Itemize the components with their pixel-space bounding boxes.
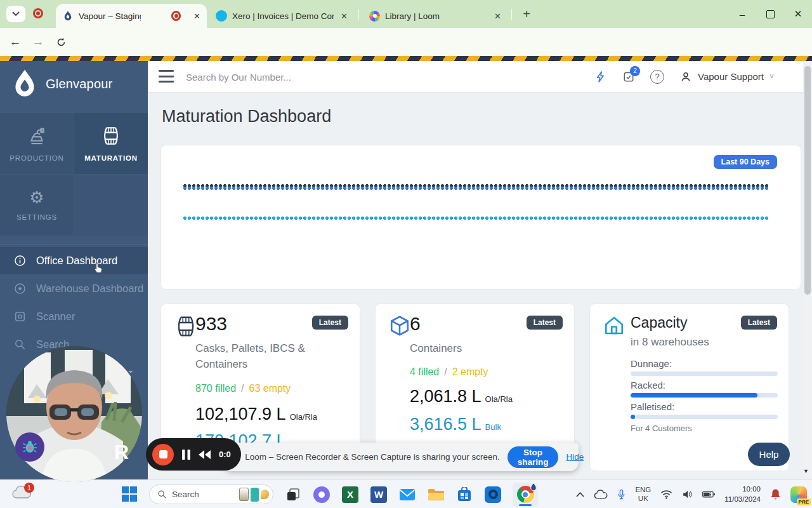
lightning-icon[interactable] bbox=[594, 70, 607, 84]
battery-icon[interactable] bbox=[702, 490, 715, 498]
tab-search-button[interactable] bbox=[6, 6, 25, 22]
microphone-icon[interactable] bbox=[617, 489, 625, 500]
tab-title: Library | Loom bbox=[385, 11, 487, 21]
reload-button[interactable] bbox=[52, 33, 70, 51]
bar-fill bbox=[631, 393, 757, 398]
notification-badge: 1 bbox=[24, 483, 34, 493]
tab-divider bbox=[511, 9, 512, 20]
user-menu[interactable]: Vapour Support ˅ bbox=[679, 70, 774, 83]
speaker-icon[interactable] bbox=[682, 490, 693, 499]
hamburger-menu-icon[interactable] bbox=[159, 70, 174, 83]
hide-link[interactable]: Hide bbox=[566, 452, 584, 462]
tray-expand-icon[interactable] bbox=[576, 491, 584, 497]
tab-loom[interactable]: Library | Loom ✕ bbox=[363, 4, 508, 28]
loom-favicon bbox=[369, 11, 380, 22]
our-number-search-input[interactable] bbox=[185, 66, 454, 88]
copilot-pre-badge: PRE bbox=[797, 498, 811, 505]
help-icon[interactable]: ? bbox=[650, 70, 664, 84]
brand[interactable]: Glenvapour bbox=[11, 69, 112, 99]
stop-icon bbox=[159, 450, 167, 458]
date: 11/03/2024 bbox=[724, 495, 761, 505]
window-close-button[interactable]: ✕ bbox=[784, 0, 812, 28]
bar-palletised bbox=[631, 415, 778, 419]
rewind-icon[interactable] bbox=[199, 450, 211, 459]
pot-still-icon bbox=[26, 125, 48, 147]
sidebar-item-office-dashboard[interactable]: Office Dashboard bbox=[0, 247, 148, 274]
wifi-icon[interactable] bbox=[660, 490, 672, 499]
start-button[interactable] bbox=[121, 486, 138, 504]
sidebar-item-warehouse-dashboard[interactable]: Warehouse Dashboard bbox=[0, 275, 148, 302]
chevron-down-icon: ˅ bbox=[769, 72, 774, 81]
screen: Vapour – Staging ✕ Xero | Invoices | Dem… bbox=[0, 0, 812, 508]
blue-app-button[interactable] bbox=[484, 486, 502, 504]
separator: / bbox=[439, 366, 452, 377]
language-line1: ENG bbox=[635, 486, 651, 495]
filled-count: 4 filled bbox=[410, 366, 439, 377]
back-button[interactable]: ← bbox=[6, 33, 24, 51]
stop-recording-button[interactable] bbox=[152, 444, 174, 465]
sidebar-tile-production[interactable]: PRODUCTION bbox=[0, 113, 74, 174]
page-scrollbar[interactable]: ▼ bbox=[803, 61, 812, 479]
tab-vapour-staging[interactable]: Vapour – Staging ✕ bbox=[56, 4, 207, 28]
sidebar-tile-settings[interactable]: ⚙ SETTINGS bbox=[0, 175, 74, 236]
latest-badge: Latest bbox=[741, 316, 777, 330]
tab-title: Vapour – Staging bbox=[79, 11, 141, 21]
chart-series-blue bbox=[183, 186, 768, 190]
clock[interactable]: 10:00 11/03/2024 bbox=[724, 485, 761, 504]
forward-button[interactable]: → bbox=[29, 33, 47, 51]
onedrive-icon[interactable] bbox=[594, 490, 608, 499]
task-view-button[interactable] bbox=[284, 486, 302, 504]
chart-range-badge[interactable]: Last 90 Days bbox=[714, 155, 777, 169]
copilot-icon[interactable]: PRE bbox=[790, 486, 807, 503]
new-tab-button[interactable]: + bbox=[518, 5, 535, 23]
sidebar-item-scanner[interactable]: Scanner bbox=[0, 303, 148, 330]
word-icon: W bbox=[370, 486, 387, 503]
notification-cloud[interactable]: 1 bbox=[11, 485, 32, 499]
bug-report-badge[interactable] bbox=[15, 432, 44, 462]
search-placeholder: Search bbox=[172, 490, 199, 499]
target-icon bbox=[14, 283, 26, 295]
tile-label: MATURATION bbox=[84, 154, 138, 162]
sidebar-tile-maturation[interactable]: MATURATION bbox=[74, 113, 148, 174]
stop-sharing-button[interactable]: Stop sharing bbox=[508, 446, 559, 468]
loom-app-button[interactable] bbox=[313, 486, 331, 504]
pause-icon[interactable] bbox=[182, 450, 190, 460]
tab-close-icon[interactable]: ✕ bbox=[341, 11, 348, 21]
tasks-button[interactable]: 2 bbox=[622, 70, 635, 83]
word-button[interactable]: W bbox=[370, 486, 388, 504]
bar-fill bbox=[631, 415, 635, 419]
tab-xero[interactable]: Xero | Invoices | Demo Compan ✕ bbox=[209, 4, 354, 28]
overlay-letter: R bbox=[114, 441, 129, 464]
extension-recording-icon[interactable] bbox=[33, 8, 43, 18]
containers-subtitle: Containers bbox=[410, 341, 537, 357]
tab-close-icon[interactable]: ✕ bbox=[494, 11, 501, 21]
barrel-icon bbox=[100, 125, 122, 147]
sidebar-item-label: Office Dashboard bbox=[36, 255, 117, 267]
tab-close-icon[interactable]: ✕ bbox=[193, 11, 200, 21]
mail-button[interactable] bbox=[398, 486, 416, 504]
gear-icon: ⚙ bbox=[29, 189, 44, 206]
ms-store-button[interactable] bbox=[455, 486, 473, 504]
browser-tabstrip: Vapour – Staging ✕ Xero | Invoices | Dem… bbox=[0, 0, 812, 28]
file-explorer-button[interactable] bbox=[427, 486, 445, 504]
glenvapour-logo-icon bbox=[11, 69, 38, 99]
help-button[interactable]: Help bbox=[748, 443, 790, 466]
folder-icon bbox=[428, 488, 445, 502]
notification-bell-icon[interactable] bbox=[770, 488, 781, 500]
window-restore-button[interactable] bbox=[756, 0, 784, 28]
chrome-button-active[interactable] bbox=[513, 483, 538, 507]
window-minimize-button[interactable]: – bbox=[728, 0, 756, 28]
brand-name: Glenvapour bbox=[46, 77, 112, 91]
user-icon bbox=[679, 70, 692, 83]
sidebar-item-label: Scanner bbox=[36, 311, 75, 323]
scrollbar-thumb[interactable] bbox=[804, 66, 811, 295]
taskbar-search[interactable]: Search bbox=[149, 485, 273, 504]
bar-label-dunnage: Dunnage: bbox=[631, 358, 672, 369]
scroll-down-arrow-icon[interactable]: ▼ bbox=[803, 468, 809, 474]
bar-label-palletised: Palletised: bbox=[631, 401, 674, 412]
excel-button[interactable]: X bbox=[341, 486, 359, 504]
warehouse-icon bbox=[603, 314, 625, 337]
capacity-subtitle: in 8 warehouses bbox=[631, 336, 709, 349]
browser-toolbar: ← → staging.vapour.scot/maturation ☆ ⋮ bbox=[0, 28, 812, 56]
language-indicator[interactable]: ENG UK bbox=[635, 486, 651, 504]
